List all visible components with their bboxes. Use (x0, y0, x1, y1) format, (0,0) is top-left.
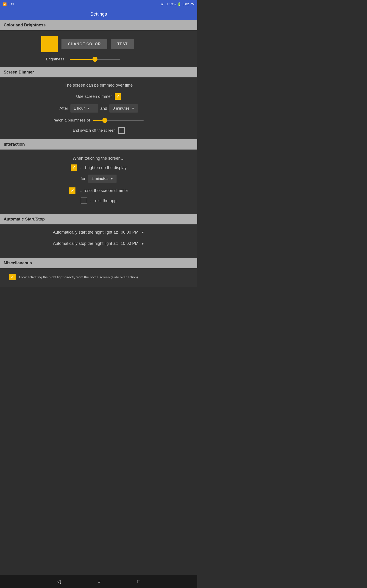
status-bar: 📶 ↕ ✉ ⯴ ☽ 53% 🔋 3:02 PM (0, 0, 197, 8)
dimmer-brightness-slider[interactable] (93, 120, 144, 121)
use-screen-dimmer-label: Use screen dimmer (76, 94, 112, 99)
brighten-checkbox[interactable] (71, 164, 77, 171)
color-swatch[interactable] (41, 36, 58, 52)
auto-stop-row: Automatically stop the night light at: 1… (5, 241, 193, 246)
use-screen-dimmer-checkbox[interactable] (115, 93, 121, 100)
for-label: for (81, 176, 85, 181)
switch-off-label: and switch off the screen (73, 128, 116, 133)
wifi-icon: 📶 (3, 2, 7, 6)
change-color-button[interactable]: CHANGE COLOR (61, 39, 107, 49)
auto-start-stop-body: Automatically start the night light at: … (0, 225, 197, 258)
touching-text: When touching the screen… (5, 156, 193, 161)
miscellaneous-header: Miscellaneous (0, 258, 197, 268)
status-left-icons: 📶 ↕ ✉ (3, 2, 14, 6)
reset-dimmer-checkbox[interactable] (69, 187, 75, 194)
use-screen-dimmer-row: Use screen dimmer (5, 93, 193, 100)
brighten-row: … brighten up the display (5, 164, 193, 171)
screen-dimmer-description: The screen can be dimmed over time (5, 83, 193, 88)
exit-app-row: … exit the app (5, 198, 193, 204)
misc-text: Allow activating the night light directl… (18, 275, 138, 279)
screen-dimmer-header: Screen Dimmer (0, 67, 197, 78)
exit-app-label: … exit the app (90, 199, 117, 203)
signal-icon: ↕ (8, 2, 10, 6)
for-row: for 2 minutes ▼ (5, 174, 193, 183)
color-brightness-header: Color and Brightness (0, 20, 197, 30)
screen-dimmer-body: The screen can be dimmed over time Use s… (0, 78, 197, 139)
email-icon: ✉ (11, 2, 14, 6)
title-bar: Settings (0, 8, 197, 20)
minute-dropdown[interactable]: 0 minutes ▼ (109, 104, 138, 112)
misc-checkbox[interactable] (9, 274, 16, 280)
minute-dropdown-arrow: ▼ (131, 107, 135, 110)
brighten-label: … brighten up the display (80, 165, 127, 170)
exit-app-checkbox[interactable] (81, 198, 87, 204)
after-label: After (59, 106, 68, 111)
auto-start-row: Automatically start the night light at: … (5, 230, 193, 235)
reset-dimmer-label: … reset the screen dimmer (78, 188, 128, 193)
interaction-body: When touching the screen… … brighten up … (0, 149, 197, 214)
hour-dropdown[interactable]: 1 hour ▼ (70, 104, 98, 112)
after-row: After 1 hour ▼ and 0 minutes ▼ (5, 104, 193, 112)
and-label: and (100, 106, 107, 111)
interaction-header: Interaction (0, 139, 197, 149)
bluetooth-icon: ⯴ (161, 2, 164, 6)
brightness-slider[interactable] (70, 59, 120, 60)
misc-row: Allow activating the night light directl… (5, 274, 193, 280)
for-dropdown-arrow: ▼ (110, 177, 113, 181)
auto-start-stop-header: Automatic Start/Stop (0, 214, 197, 225)
brightness-row: Brightness : (5, 57, 193, 61)
auto-start-value: 08:00 PM (121, 230, 139, 235)
reach-brightness-row: reach a brightness of (5, 118, 193, 123)
reset-dimmer-row: … reset the screen dimmer (5, 187, 193, 194)
auto-stop-value: 10:00 PM (121, 241, 138, 246)
brightness-label: Brightness : (46, 57, 67, 61)
test-button[interactable]: TEST (111, 39, 134, 49)
auto-start-arrow[interactable]: ▼ (141, 231, 144, 234)
for-value: 2 minutes (92, 176, 108, 181)
color-brightness-body: CHANGE COLOR TEST Brightness : (0, 30, 197, 67)
miscellaneous-body: Allow activating the night light directl… (0, 268, 197, 287)
reach-brightness-label: reach a brightness of (54, 118, 90, 123)
battery-icon: 🔋 (177, 2, 181, 6)
auto-stop-arrow[interactable]: ▼ (141, 242, 144, 246)
auto-start-label: Automatically start the night light at: (53, 230, 118, 235)
auto-stop-label: Automatically stop the night light at: (53, 241, 118, 246)
switch-off-checkbox[interactable] (118, 127, 125, 134)
hour-dropdown-arrow: ▼ (86, 107, 90, 110)
status-right-icons: ⯴ ☽ 53% 🔋 3:02 PM (161, 2, 194, 6)
switch-off-row: and switch off the screen (5, 127, 193, 134)
color-row: CHANGE COLOR TEST (5, 36, 193, 52)
time-display: 3:02 PM (183, 2, 194, 6)
for-dropdown[interactable]: 2 minutes ▼ (88, 174, 117, 183)
hour-value: 1 hour (74, 106, 85, 111)
minute-value: 0 minutes (113, 106, 130, 111)
moon-icon: ☽ (165, 2, 168, 6)
page-title: Settings (90, 11, 107, 17)
battery-text: 53% (169, 2, 176, 6)
